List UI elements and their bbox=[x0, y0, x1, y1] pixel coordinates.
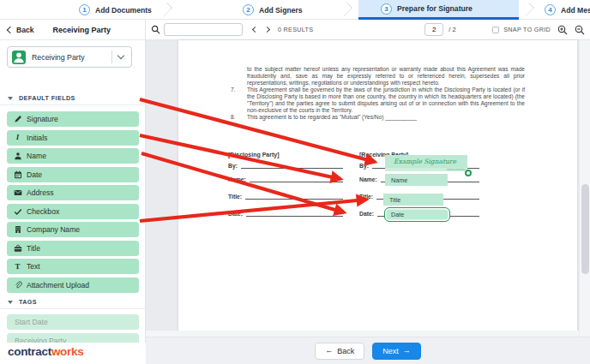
previous-result-icon[interactable] bbox=[252, 27, 258, 33]
search-input[interactable] bbox=[164, 23, 243, 36]
field-value: Name bbox=[385, 176, 407, 184]
envelope-icon bbox=[13, 188, 22, 198]
document-page[interactable]: to the subject matter hereof unless any … bbox=[178, 40, 577, 337]
collapse-triangle-icon bbox=[8, 301, 13, 304]
section-title: TAGS bbox=[19, 298, 37, 306]
resize-handle[interactable] bbox=[465, 170, 472, 176]
field-pill-label: Attachment Upload bbox=[27, 281, 89, 289]
field-pill-title[interactable]: Title bbox=[7, 241, 139, 256]
horizontal-scrollbar[interactable] bbox=[146, 331, 579, 337]
signer-dropdown[interactable]: Receiving Party bbox=[7, 46, 132, 68]
briefcase-icon bbox=[13, 243, 22, 253]
step-number-badge: 2 bbox=[243, 4, 254, 15]
back-link-label: Back bbox=[16, 26, 34, 34]
field-pill-address[interactable]: Address bbox=[7, 185, 139, 200]
back-button[interactable]: ← Back bbox=[315, 343, 364, 360]
paperclip-icon bbox=[13, 280, 22, 289]
back-link[interactable]: Back bbox=[0, 26, 34, 34]
logo-part2: works bbox=[51, 345, 84, 358]
signature-watermark: contractworks bbox=[385, 168, 467, 171]
back-button-label: Back bbox=[337, 347, 354, 355]
step-label: Add Signers bbox=[259, 6, 303, 15]
step-prepare-for-signature[interactable]: 3 Prepare for Signature bbox=[358, 0, 519, 20]
next-button[interactable]: Next → bbox=[372, 343, 421, 360]
zoom-in-icon[interactable] bbox=[557, 25, 568, 35]
row-label: Date: bbox=[359, 211, 377, 217]
zoom-out-icon[interactable] bbox=[575, 25, 585, 35]
chevron-left-icon bbox=[7, 26, 14, 33]
workflow-stepper: 1 Add Documents 2 Add Signers 3 Prepare … bbox=[0, 0, 590, 20]
check-icon bbox=[13, 206, 22, 216]
field-value: Title bbox=[383, 196, 400, 204]
clause-number: 7. bbox=[228, 87, 247, 114]
tags-section-header[interactable]: TAGS bbox=[0, 295, 146, 309]
field-pill-attachment-upload[interactable]: Attachment Upload bbox=[7, 277, 139, 293]
placed-name-field[interactable]: Name bbox=[385, 174, 448, 186]
step-add-signers[interactable]: 2 Add Signers bbox=[234, 0, 311, 20]
signer-dropdown-value: Receiving Party bbox=[32, 53, 111, 62]
field-pill-initials[interactable]: I Initials bbox=[7, 130, 139, 146]
results-count: 0 RESULTS bbox=[278, 26, 313, 33]
vertical-scrollbar[interactable] bbox=[579, 40, 590, 337]
disclosing-name-row: Name: bbox=[228, 174, 343, 182]
contractworks-logo: contractworks bbox=[8, 345, 83, 358]
tag-pill-start-date[interactable]: Start Date bbox=[7, 314, 139, 330]
step-label: Add Documents bbox=[95, 6, 152, 15]
sidebar-header: Back Receiving Party bbox=[0, 20, 145, 40]
tag-pill-label: Start Date bbox=[15, 318, 48, 326]
field-pill-checkbox[interactable]: Checkbox bbox=[7, 204, 139, 219]
step-number-badge: 3 bbox=[381, 3, 392, 15]
disclosing-date-row: Date: bbox=[228, 208, 343, 217]
document-toolbar: 0 RESULTS / 2 SNAP TO GRID bbox=[146, 20, 590, 40]
logo-part1: contract bbox=[8, 345, 51, 358]
page-number-input[interactable] bbox=[424, 23, 443, 36]
contract-clause-7: 7. This Agreement shall be governed by t… bbox=[228, 87, 525, 114]
row-label: Title: bbox=[228, 194, 245, 200]
person-icon bbox=[13, 152, 22, 161]
placed-title-field[interactable]: Title bbox=[383, 194, 443, 206]
pen-icon bbox=[13, 115, 22, 124]
field-pill-label: Signature bbox=[27, 115, 58, 123]
field-pill-label: Checkbox bbox=[27, 207, 59, 216]
field-pill-name[interactable]: Name bbox=[7, 148, 139, 164]
chevron-down-icon bbox=[117, 52, 124, 59]
calendar-icon bbox=[13, 170, 22, 179]
field-pill-signature[interactable]: Signature bbox=[7, 111, 139, 127]
snap-to-grid-label: SNAP TO GRID bbox=[503, 26, 551, 33]
logo-area: contractworks bbox=[0, 343, 146, 364]
field-pill-label: Title bbox=[27, 244, 40, 253]
default-fields-section-header[interactable]: DEFAULT FIELDS bbox=[0, 92, 146, 105]
row-label: Date: bbox=[228, 211, 246, 217]
scrollbar-thumb[interactable] bbox=[581, 184, 589, 274]
step-separator-chevron bbox=[521, 3, 534, 16]
arrow-left-icon: ← bbox=[325, 347, 333, 355]
next-result-icon[interactable] bbox=[264, 27, 270, 33]
row-label: By: bbox=[228, 163, 241, 169]
placed-date-field-selected[interactable]: Date bbox=[384, 207, 450, 222]
next-button-label: Next bbox=[382, 347, 399, 355]
contract-clause-8: 8. This agreement is to be regarded as "… bbox=[228, 114, 525, 121]
clause-text: This Agreement shall be governed by the … bbox=[247, 87, 525, 114]
field-pill-label: Company Name bbox=[27, 225, 80, 234]
page-total: / 2 bbox=[449, 26, 455, 33]
field-pill-label: Text bbox=[27, 262, 40, 271]
row-label: Name: bbox=[228, 176, 250, 182]
search-icon bbox=[151, 25, 160, 34]
disclosing-by-row: By: bbox=[228, 160, 343, 169]
snap-to-grid-checkbox[interactable] bbox=[492, 27, 499, 33]
row-label: Name: bbox=[359, 176, 381, 182]
signature-line bbox=[241, 168, 343, 169]
step-number-badge: 4 bbox=[545, 4, 556, 15]
step-add-documents[interactable]: 1 Add Documents bbox=[70, 0, 160, 20]
field-pill-text[interactable]: T Text bbox=[7, 259, 139, 274]
step-add-message[interactable]: 4 Add Message bbox=[536, 0, 590, 20]
initials-icon: I bbox=[13, 133, 22, 142]
step-number-badge: 1 bbox=[79, 4, 90, 15]
field-value: Date bbox=[385, 211, 404, 218]
building-icon bbox=[13, 225, 22, 235]
field-pill-date[interactable]: Date bbox=[7, 167, 139, 182]
placed-signature-field[interactable]: Example Signature contractworks bbox=[385, 155, 467, 171]
field-pill-company-name[interactable]: Company Name bbox=[7, 222, 139, 237]
snap-to-grid-control: SNAP TO GRID bbox=[492, 26, 551, 33]
text-icon: T bbox=[13, 262, 22, 272]
